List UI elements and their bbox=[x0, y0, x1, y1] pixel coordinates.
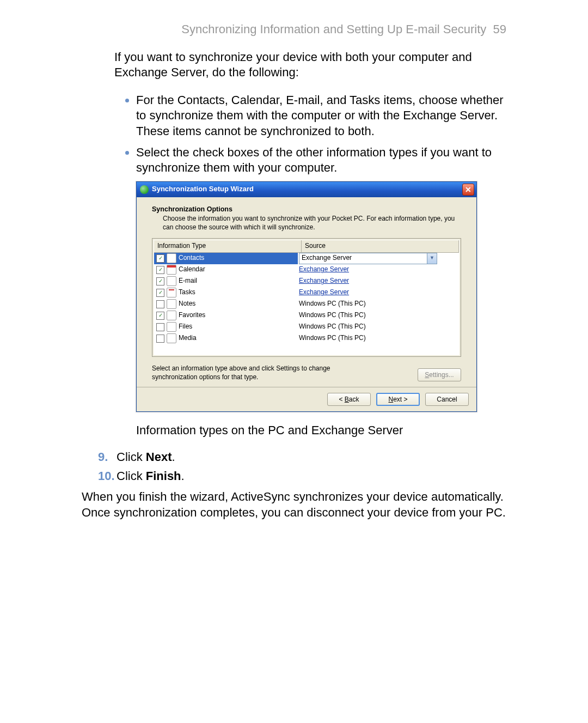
column-info-type[interactable]: Information Type bbox=[154, 240, 302, 252]
dialog-title: Synchronization Setup Wizard bbox=[152, 185, 462, 194]
hint-text: Select an information type above and cli… bbox=[152, 364, 348, 381]
source-value: Exchange Server bbox=[302, 254, 427, 263]
source-combobox[interactable]: Exchange Server▼ bbox=[299, 253, 437, 264]
step-number: 10. bbox=[98, 469, 117, 484]
source-text: Windows PC (This PC) bbox=[299, 311, 366, 320]
back-button[interactable]: < Back bbox=[327, 393, 371, 406]
page-number: 59 bbox=[493, 22, 506, 36]
row-checkbox[interactable] bbox=[156, 323, 164, 331]
bullet-item: Select the check boxes of the other info… bbox=[136, 145, 506, 176]
close-icon: ✕ bbox=[465, 186, 471, 193]
notes-icon bbox=[167, 299, 176, 309]
source-link[interactable]: Exchange Server bbox=[299, 265, 349, 274]
info-type-row[interactable]: MediaWindows PC (This PC) bbox=[154, 333, 459, 344]
source-text: Windows PC (This PC) bbox=[299, 334, 366, 343]
column-headers[interactable]: Information Type Source bbox=[154, 240, 459, 253]
row-checkbox[interactable] bbox=[156, 335, 164, 343]
chevron-down-icon[interactable]: ▼ bbox=[427, 253, 437, 264]
row-label: Favorites bbox=[179, 311, 205, 320]
wizard-footer: < Back Next > Cancel bbox=[137, 387, 476, 411]
hint-row: Select an information type above and cli… bbox=[152, 364, 461, 381]
info-type-row[interactable]: TasksExchange Server bbox=[154, 287, 459, 299]
conclusion-text: When you finish the wizard, ActiveSync s… bbox=[82, 489, 506, 520]
settings-button[interactable]: Settings... bbox=[418, 368, 461, 381]
row-label: Notes bbox=[179, 300, 195, 308]
info-type-row[interactable]: ContactsExchange Server▼ bbox=[154, 253, 459, 264]
row-label: Calendar bbox=[179, 265, 205, 274]
row-checkbox[interactable] bbox=[156, 266, 164, 274]
section-title: Synchronization Options bbox=[152, 205, 461, 214]
contacts-icon bbox=[167, 253, 176, 263]
info-type-row[interactable]: E-mailExchange Server bbox=[154, 276, 459, 287]
email-icon bbox=[167, 276, 176, 286]
info-type-list: Information Type Source ContactsExchange… bbox=[152, 238, 461, 357]
row-checkbox[interactable] bbox=[156, 300, 164, 308]
files-icon bbox=[167, 322, 176, 332]
step-item: 10. Click Finish. bbox=[98, 469, 506, 484]
info-type-row[interactable]: FilesWindows PC (This PC) bbox=[154, 321, 459, 333]
row-label: Tasks bbox=[179, 288, 195, 297]
row-label: Media bbox=[179, 334, 197, 343]
tasks-icon bbox=[167, 288, 176, 297]
row-label: Contacts bbox=[179, 254, 204, 263]
figure-caption: Information types on the PC and Exchange… bbox=[136, 423, 506, 439]
header-title: Synchronizing Information and Setting Up… bbox=[181, 22, 486, 36]
page-header: Synchronizing Information and Setting Up… bbox=[82, 22, 506, 38]
next-button[interactable]: Next > bbox=[376, 393, 420, 406]
calendar-icon bbox=[167, 265, 176, 275]
sync-wizard-dialog: Synchronization Setup Wizard ✕ Synchroni… bbox=[136, 181, 477, 412]
bullet-list: For the Contacts, Calendar, E-mail, and … bbox=[114, 93, 506, 176]
cancel-button[interactable]: Cancel bbox=[425, 393, 469, 406]
row-checkbox[interactable] bbox=[156, 277, 164, 285]
info-type-row[interactable]: FavoritesWindows PC (This PC) bbox=[154, 310, 459, 321]
titlebar[interactable]: Synchronization Setup Wizard ✕ bbox=[137, 182, 476, 197]
bullet-item: For the Contacts, Calendar, E-mail, and … bbox=[136, 93, 506, 139]
close-button[interactable]: ✕ bbox=[462, 184, 474, 196]
media-icon bbox=[167, 333, 176, 343]
column-source[interactable]: Source bbox=[302, 240, 459, 252]
step-list: 9. Click Next. 10. Click Finish. bbox=[98, 449, 506, 484]
source-link[interactable]: Exchange Server bbox=[299, 288, 349, 297]
info-type-row[interactable]: NotesWindows PC (This PC) bbox=[154, 299, 459, 310]
activesync-icon bbox=[140, 185, 149, 194]
section-description: Choose the information you want to synch… bbox=[163, 215, 461, 232]
source-link[interactable]: Exchange Server bbox=[299, 277, 349, 285]
source-text: Windows PC (This PC) bbox=[299, 300, 366, 308]
row-label: E-mail bbox=[179, 277, 197, 285]
fav-icon bbox=[167, 311, 176, 320]
info-type-row[interactable]: CalendarExchange Server bbox=[154, 264, 459, 276]
row-checkbox[interactable] bbox=[156, 312, 164, 320]
step-item: 9. Click Next. bbox=[98, 449, 506, 465]
row-checkbox[interactable] bbox=[156, 254, 164, 263]
source-text: Windows PC (This PC) bbox=[299, 323, 366, 331]
step-number: 9. bbox=[98, 449, 117, 465]
intro-text: If you want to synchronize your device w… bbox=[114, 50, 506, 81]
row-label: Files bbox=[179, 323, 192, 331]
row-checkbox[interactable] bbox=[156, 289, 164, 297]
